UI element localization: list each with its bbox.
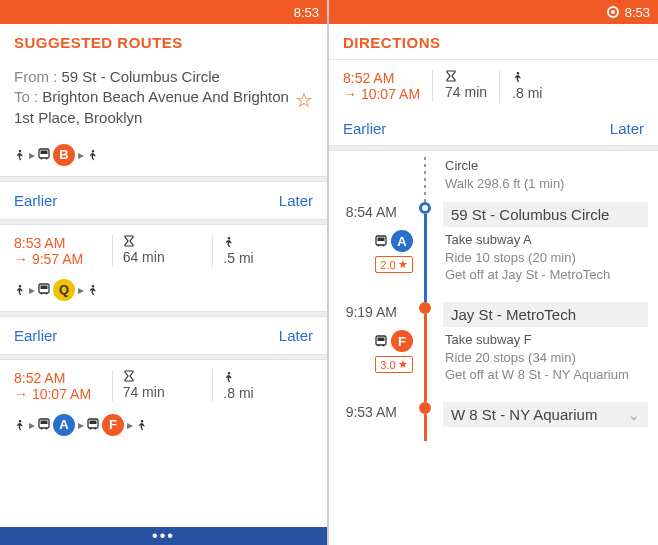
route-3-stats[interactable]: 8:52 AM → 10:07 AM 74 min .8 mi bbox=[0, 360, 327, 408]
route-1-modes[interactable]: ▸ B ▸ bbox=[0, 138, 327, 176]
directions-timeline: Circle Walk 298.6 ft (1 min) 8:54 AM 59 … bbox=[329, 151, 658, 545]
walk-icon bbox=[14, 283, 26, 297]
line-badge-f: F bbox=[102, 414, 124, 436]
walk-distance: .8 mi bbox=[512, 85, 542, 101]
from-value: 59 St - Columbus Circle bbox=[62, 68, 220, 85]
earlier-later-row: Earlier Later bbox=[329, 112, 658, 145]
chevron-icon: ▸ bbox=[78, 418, 84, 432]
chevron-icon: ▸ bbox=[29, 418, 35, 432]
walk-distance: .5 mi bbox=[223, 250, 303, 266]
bus-icon bbox=[87, 418, 99, 431]
location-icon bbox=[607, 6, 619, 18]
more-icon[interactable]: ••• bbox=[152, 527, 175, 545]
app-bar[interactable]: ••• bbox=[0, 527, 327, 545]
line-badge-a: A bbox=[391, 230, 413, 252]
walk-icon bbox=[87, 148, 99, 162]
chevron-icon: ▸ bbox=[78, 283, 84, 297]
chevron-down-icon[interactable]: ⌄ bbox=[628, 407, 640, 423]
timeline-dot bbox=[419, 202, 431, 214]
arrive-time: → 9:57 AM bbox=[14, 251, 102, 267]
step-ride: Ride 20 stops (34 min) bbox=[443, 349, 648, 367]
chevron-icon: ▸ bbox=[127, 418, 133, 432]
step-ride: Ride 10 stops (20 min) bbox=[443, 249, 648, 267]
walk-icon bbox=[223, 235, 234, 248]
walk-icon bbox=[14, 418, 26, 432]
step-time: 9:53 AM bbox=[329, 402, 407, 441]
route-2-stats[interactable]: 8:53 AM → 9:57 AM 64 min .5 mi bbox=[0, 225, 327, 273]
walk-icon bbox=[512, 70, 523, 83]
screen-header: DIRECTIONS bbox=[329, 24, 658, 59]
bus-icon bbox=[375, 335, 387, 348]
timeline-step[interactable]: 9:53 AM W 8 St - NY Aquarium ⌄ bbox=[329, 402, 658, 441]
to-label: To : bbox=[14, 88, 42, 105]
timeline-step[interactable]: 8:54 AM 59 St - Columbus Circle Take sub… bbox=[329, 202, 658, 302]
rating-badge[interactable]: 2.0 ★ bbox=[375, 256, 412, 273]
line-badge-f: F bbox=[391, 330, 413, 352]
arrive-time: → 10:07 AM bbox=[14, 386, 102, 402]
arrive-time: → 10:07 AM bbox=[343, 86, 420, 102]
status-time: 8:53 bbox=[294, 5, 319, 20]
page-title: DIRECTIONS bbox=[343, 34, 644, 51]
bus-icon bbox=[38, 418, 50, 431]
later-link[interactable]: Later bbox=[279, 192, 313, 209]
chevron-icon: ▸ bbox=[29, 148, 35, 162]
later-link[interactable]: Later bbox=[610, 120, 644, 137]
rating-badge[interactable]: 3.0 ★ bbox=[375, 356, 412, 373]
bus-icon bbox=[375, 235, 387, 248]
status-time: 8:53 bbox=[625, 5, 650, 20]
timeline-step[interactable]: 9:19 AM Jay St - MetroTech Take subway F… bbox=[329, 302, 658, 402]
hourglass-icon bbox=[445, 70, 456, 82]
walk-distance: .8 mi bbox=[223, 385, 303, 401]
duration: 74 min bbox=[123, 384, 203, 400]
status-bar: 8:53 bbox=[329, 0, 658, 24]
walk-icon bbox=[223, 370, 234, 383]
suggested-routes-screen: 8:53 SUGGESTED ROUTES From : 59 St - Col… bbox=[0, 0, 329, 545]
step-action: Take subway F bbox=[445, 332, 532, 347]
favorite-star-icon[interactable]: ☆ bbox=[295, 87, 313, 114]
earlier-link[interactable]: Earlier bbox=[343, 120, 386, 137]
route-2-modes[interactable]: ▸ Q ▸ bbox=[0, 273, 327, 311]
hourglass-icon bbox=[123, 370, 134, 382]
earlier-later-row: Earlier Later bbox=[0, 182, 327, 219]
from-to-block: From : 59 St - Columbus Circle To : Brig… bbox=[0, 59, 327, 138]
station-name: Jay St - MetroTech bbox=[443, 302, 648, 327]
line-badge-a: A bbox=[53, 414, 75, 436]
line-badge-q: Q bbox=[53, 279, 75, 301]
chevron-icon: ▸ bbox=[78, 148, 84, 162]
step-detail: Walk 298.6 ft (1 min) bbox=[443, 175, 648, 193]
hourglass-icon bbox=[123, 235, 134, 247]
duration: 74 min bbox=[445, 84, 487, 100]
station-name: 59 St - Columbus Circle bbox=[443, 202, 648, 227]
status-bar: 8:53 bbox=[0, 0, 327, 24]
step-action: Take subway A bbox=[445, 232, 532, 247]
page-title: SUGGESTED ROUTES bbox=[14, 34, 313, 51]
directions-screen: 8:53 DIRECTIONS 8:52 AM → 10:07 AM 74 mi… bbox=[329, 0, 658, 545]
earlier-link[interactable]: Earlier bbox=[14, 327, 57, 344]
walk-icon bbox=[136, 418, 148, 432]
depart-time: 8:52 AM bbox=[343, 70, 420, 86]
bus-icon bbox=[38, 283, 50, 296]
to-value: Brighton Beach Avenue And Brighton 1st P… bbox=[14, 88, 289, 125]
earlier-link[interactable]: Earlier bbox=[14, 192, 57, 209]
walk-icon bbox=[87, 283, 99, 297]
station-name: W 8 St - NY Aquarium ⌄ bbox=[443, 402, 648, 427]
step-getoff: Get off at Jay St - MetroTech bbox=[443, 266, 648, 284]
chevron-icon: ▸ bbox=[29, 283, 35, 297]
bus-icon bbox=[38, 148, 50, 161]
trip-summary: 8:52 AM → 10:07 AM 74 min .8 mi bbox=[329, 60, 658, 112]
walk-icon bbox=[14, 148, 26, 162]
line-badge-b: B bbox=[53, 144, 75, 166]
duration: 64 min bbox=[123, 249, 203, 265]
earlier-later-row: Earlier Later bbox=[0, 317, 327, 354]
route-3-modes[interactable]: ▸ A ▸ F ▸ bbox=[0, 408, 327, 446]
timeline-dot bbox=[419, 402, 431, 414]
timeline-step[interactable]: Circle Walk 298.6 ft (1 min) bbox=[329, 157, 658, 202]
depart-time: 8:52 AM bbox=[14, 370, 102, 386]
timeline-dot bbox=[419, 302, 431, 314]
from-label: From : bbox=[14, 68, 62, 85]
step-getoff: Get off at W 8 St - NY Aquarium bbox=[443, 366, 648, 384]
step-title: Circle bbox=[445, 158, 478, 173]
depart-time: 8:53 AM bbox=[14, 235, 102, 251]
later-link[interactable]: Later bbox=[279, 327, 313, 344]
screen-header: SUGGESTED ROUTES bbox=[0, 24, 327, 59]
